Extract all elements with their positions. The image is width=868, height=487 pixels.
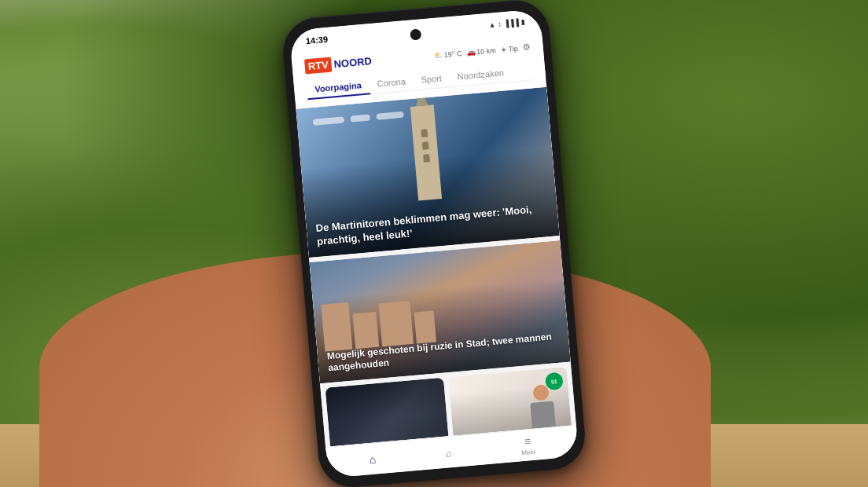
meer-label: Meer [521, 449, 536, 457]
battery-icon: ▮ [520, 18, 525, 26]
bottom-nav-home[interactable]: ⌂ [369, 452, 377, 466]
sun-icon: ☀ [500, 46, 507, 54]
person-body [530, 401, 556, 430]
cloud-1 [313, 116, 345, 125]
weather-visibility: 🚗 10 km [466, 46, 496, 57]
data-icon: ↕ [498, 20, 502, 27]
cloud-icon: ⛅ [433, 51, 443, 60]
phone-screen: 14:39 ▲ ↕ ▐▐▐ ▮ RTV NOORD [289, 9, 579, 478]
logo[interactable]: RTV NOORD [304, 53, 375, 75]
status-time: 14:39 [305, 35, 328, 46]
cloud-3 [376, 112, 404, 120]
scene: 14:39 ▲ ↕ ▐▐▐ ▮ RTV NOORD [0, 0, 868, 487]
tab-corona[interactable]: Corona [369, 71, 414, 94]
logo-noord: NOORD [331, 53, 375, 72]
martini-tower [410, 104, 442, 200]
tab-noordzaken[interactable]: Noordzaken [449, 63, 513, 87]
bottom-article-left[interactable] [325, 378, 451, 447]
logo-rtv: RTV [304, 57, 333, 75]
home-icon: ⌂ [369, 452, 377, 466]
phone: 14:39 ▲ ↕ ▐▐▐ ▮ RTV NOORD [281, 0, 588, 487]
header-weather: ⛅ 19° C 🚗 10 km ☀ Tip ⚙ [433, 42, 531, 60]
bottom-nav-meer[interactable]: ≡ Meer [520, 434, 536, 456]
tower-windows [421, 129, 430, 163]
weather-tip[interactable]: ☀ Tip [500, 44, 518, 53]
signal-bars: ▐▐▐ [503, 19, 519, 28]
hero-article[interactable]: De Martinitoren beklimmen mag weer: 'Moo… [296, 87, 559, 258]
settings-icon[interactable]: ⚙ [522, 42, 531, 53]
status-icons: ▲ ↕ ▐▐▐ ▮ [488, 18, 525, 29]
temperature: 19° C [443, 49, 462, 59]
second-article[interactable]: Mogelijk geschoten bij ruzie in Stad; tw… [309, 240, 570, 383]
tab-voorpagina[interactable]: Voorpagina [306, 75, 370, 99]
tower-window-2 [422, 141, 429, 150]
weather-temp: ⛅ 19° C [433, 49, 462, 60]
tower-window-3 [423, 154, 430, 163]
bottom-nav-search[interactable]: ⌕ [445, 446, 452, 460]
car-icon: 🚗 [466, 48, 476, 57]
tower-window-1 [421, 129, 428, 137]
phone-body: 14:39 ▲ ↕ ▐▐▐ ▮ RTV NOORD [281, 0, 588, 487]
search-icon: ⌕ [445, 446, 452, 460]
tab-sport[interactable]: Sport [413, 68, 451, 90]
app-content: De Martinitoren beklimmen mag weer: 'Moo… [296, 87, 576, 447]
visibility: 10 km [476, 46, 496, 56]
meer-icon: ≡ [524, 434, 531, 448]
cloud-2 [350, 114, 370, 122]
tip-label: Tip [508, 44, 518, 53]
network-icon: ▲ [488, 20, 496, 29]
fc-badge-text: 51 [551, 379, 557, 385]
